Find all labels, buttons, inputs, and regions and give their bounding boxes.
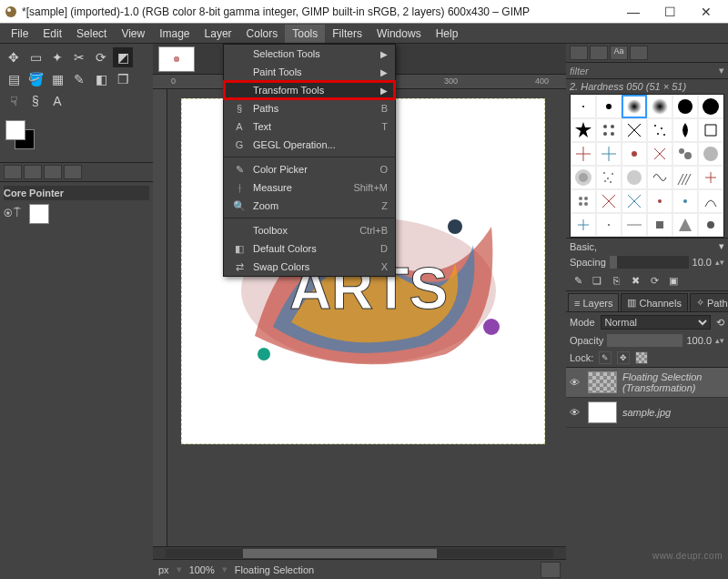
tool-pencil[interactable]: ✎ (69, 69, 89, 89)
brush-item[interactable] (571, 142, 596, 166)
navigation-thumb[interactable] (541, 562, 561, 578)
fonts-tab[interactable]: Aa (610, 46, 628, 60)
brush-item[interactable] (622, 189, 647, 213)
layer-name[interactable]: Floating Selection (Transformation) (622, 371, 724, 393)
mode-select[interactable]: Normal (601, 315, 711, 330)
chevron-down-icon[interactable]: ▾ (719, 65, 724, 76)
menu-windows[interactable]: Windows (369, 25, 429, 43)
brush-item[interactable] (596, 118, 622, 142)
brush-item[interactable] (647, 142, 672, 166)
tool-move[interactable]: ✥ (4, 47, 24, 67)
color-swatch[interactable] (29, 204, 49, 224)
brush-item[interactable] (698, 118, 723, 142)
tool-free-select[interactable]: ✦ (47, 47, 67, 67)
brush-item[interactable] (647, 95, 672, 118)
delete-brush-button[interactable]: ✖ (627, 273, 643, 288)
brush-item[interactable] (672, 166, 698, 189)
tool-text[interactable]: A (47, 91, 67, 111)
brush-item[interactable] (672, 95, 698, 118)
layer-row[interactable]: 👁 sample.jpg (566, 398, 728, 428)
undo-history-tab[interactable] (44, 165, 62, 179)
menu-layer[interactable]: Layer (197, 25, 239, 43)
brush-item[interactable] (571, 213, 596, 237)
lock-pixels[interactable]: ✎ (599, 351, 612, 364)
menu-item-swap-colors[interactable]: ⇄Swap ColorsX (224, 258, 395, 276)
brush-item[interactable] (596, 189, 622, 213)
brush-item[interactable] (596, 166, 622, 189)
menu-item-paint-tools[interactable]: Paint Tools▶ (224, 63, 395, 81)
menu-edit[interactable]: Edit (35, 25, 69, 43)
brush-preset-select[interactable]: Basic, (570, 241, 719, 252)
brush-item[interactable] (672, 142, 698, 166)
new-brush-button[interactable]: ❏ (589, 273, 605, 288)
status-unit[interactable]: px (158, 564, 169, 575)
brush-item[interactable] (571, 166, 596, 189)
scrollbar-horizontal[interactable] (153, 546, 566, 559)
brush-item[interactable] (622, 142, 647, 166)
brushes-tab[interactable] (570, 46, 588, 60)
brush-item[interactable] (622, 118, 647, 142)
brush-item[interactable] (698, 189, 723, 213)
menu-item-default-colors[interactable]: ◧Default ColorsD (224, 239, 395, 258)
device-status-tab[interactable] (24, 165, 42, 179)
spacing-slider[interactable] (610, 256, 689, 269)
edit-brush-button[interactable]: ✎ (570, 273, 586, 288)
tab-layers[interactable]: ≡Layers (568, 293, 619, 311)
images-tab[interactable] (64, 165, 82, 179)
brush-item[interactable] (596, 95, 622, 118)
status-zoom[interactable]: 100% (189, 564, 215, 575)
menu-image[interactable]: Image (152, 25, 197, 43)
lock-position[interactable]: ✥ (617, 351, 630, 364)
history-tab[interactable] (630, 46, 648, 60)
brush-item[interactable] (647, 166, 672, 189)
brush-item[interactable] (647, 213, 672, 237)
layer-row[interactable]: 👁 Floating Selection (Transformation) (566, 368, 728, 398)
tool-crop[interactable]: ✂ (69, 47, 89, 67)
lock-alpha[interactable] (635, 351, 648, 364)
opacity-slider[interactable] (607, 334, 682, 347)
menu-item-zoom[interactable]: 🔍ZoomZ (224, 197, 395, 215)
menu-select[interactable]: Select (69, 25, 114, 43)
brush-item[interactable] (622, 95, 647, 118)
spinner-icon[interactable]: ▴▾ (715, 258, 724, 267)
brush-item[interactable] (596, 213, 622, 237)
tool-gradient[interactable]: ▦ (47, 69, 67, 89)
tool-warp[interactable]: ▤ (4, 69, 24, 89)
close-button[interactable]: ✕ (688, 0, 724, 24)
tool-rotate[interactable]: ⟳ (91, 47, 111, 67)
visibility-icon[interactable]: 👁 (570, 407, 582, 418)
brush-item[interactable] (571, 189, 596, 213)
brush-item[interactable] (698, 213, 723, 237)
menu-item-paths[interactable]: §PathsB (224, 99, 395, 117)
mode-reset-icon[interactable]: ⟲ (716, 317, 724, 329)
tool-rect-select[interactable]: ▭ (25, 47, 46, 67)
brush-item[interactable] (622, 213, 647, 237)
brush-item[interactable] (647, 118, 672, 142)
menu-filters[interactable]: Filters (325, 25, 369, 43)
fg-bg-colors[interactable] (5, 120, 42, 157)
chevron-down-icon[interactable]: ▾ (719, 240, 724, 252)
tool-transform[interactable]: ◩ (113, 47, 133, 67)
refresh-brushes-button[interactable]: ⟳ (646, 273, 662, 288)
menu-item-color-picker[interactable]: ✎Color PickerO (224, 160, 395, 178)
image-tab-thumb[interactable] (158, 46, 195, 72)
menu-item-gegl-operation[interactable]: GGEGL Operation... (224, 136, 395, 154)
tool-clone[interactable]: ❒ (113, 69, 133, 89)
menu-item-selection-tools[interactable]: Selection Tools▶ (224, 45, 395, 63)
brush-item[interactable] (571, 95, 596, 118)
open-as-image-button[interactable]: ▣ (665, 273, 682, 288)
menu-item-transform-tools[interactable]: Transform Tools▶ (224, 81, 395, 99)
duplicate-brush-button[interactable]: ⎘ (608, 273, 624, 288)
scrollbar-thumb[interactable] (243, 549, 437, 558)
menu-item-measure[interactable]: ⟊MeasureShift+M (224, 178, 395, 197)
tool-smudge[interactable]: ☟ (4, 91, 24, 111)
tab-channels[interactable]: ▥Channels (621, 293, 687, 311)
maximize-button[interactable]: ☐ (652, 0, 688, 24)
tab-paths[interactable]: ✧Paths (690, 293, 728, 311)
menu-tools[interactable]: Tools (285, 25, 325, 43)
minimize-button[interactable]: — (615, 0, 652, 24)
tool-path[interactable]: § (25, 91, 46, 111)
menu-file[interactable]: File (4, 25, 35, 43)
layer-name[interactable]: sample.jpg (622, 407, 724, 418)
visibility-icon[interactable]: 👁 (570, 377, 582, 388)
